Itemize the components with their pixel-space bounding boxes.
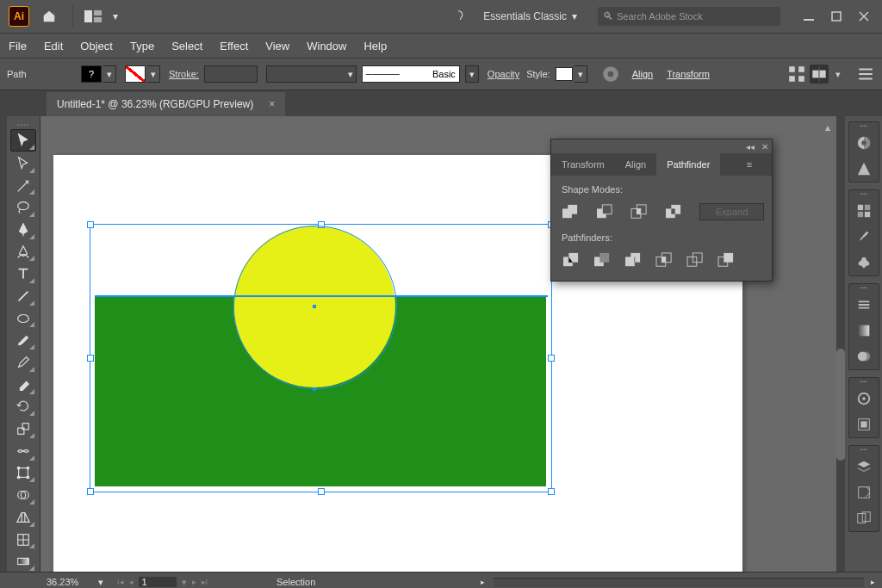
color-guide-panel-icon[interactable] <box>853 158 875 180</box>
maximize-button[interactable] <box>825 8 848 25</box>
merge-button[interactable] <box>624 251 643 269</box>
gradient-tool[interactable] <box>11 551 35 572</box>
close-button[interactable] <box>853 8 875 25</box>
menu-window[interactable]: Window <box>307 40 346 53</box>
curvature-tool[interactable] <box>11 242 35 263</box>
search-help-icon[interactable] <box>445 3 471 29</box>
shape-builder-tool[interactable] <box>11 485 35 505</box>
status-scroll-right-icon[interactable]: ▸ <box>481 578 485 586</box>
intersect-button[interactable] <box>630 203 648 220</box>
menu-effect[interactable]: Effect <box>220 40 248 53</box>
paintbrush-tool[interactable] <box>11 330 35 350</box>
perspective-grid-tool[interactable] <box>11 507 35 528</box>
asset-export-panel-icon[interactable] <box>853 481 875 504</box>
rectangle-tool[interactable] <box>11 308 35 329</box>
pathfinder-panel[interactable]: ◂◂ ✕ Transform Align Pathfinder ≡ Shape … <box>550 139 773 282</box>
panel-close-icon[interactable]: ✕ <box>761 142 768 152</box>
magic-wand-tool[interactable] <box>11 176 35 196</box>
first-artboard-icon[interactable]: I◂ <box>117 578 124 586</box>
close-tab-icon[interactable]: × <box>269 98 275 110</box>
graphic-style-swatch[interactable] <box>556 67 573 81</box>
menu-type[interactable]: Type <box>130 40 154 53</box>
arrange-documents-icon[interactable] <box>80 3 106 29</box>
next-artboard-icon[interactable]: ▸ <box>192 578 196 586</box>
stroke-weight-input[interactable] <box>204 65 258 83</box>
control-menu-icon[interactable] <box>856 65 875 84</box>
canvas-scrollbar[interactable] <box>836 116 845 572</box>
tab-align[interactable]: Align <box>615 153 656 176</box>
pencil-tool[interactable] <box>11 352 35 373</box>
prev-artboard-icon[interactable]: ◂ <box>129 578 134 586</box>
exclude-button[interactable] <box>665 203 682 220</box>
scrollbar-thumb[interactable] <box>836 349 845 461</box>
variable-width-profile[interactable]: ▾ <box>266 65 357 83</box>
tab-transform[interactable]: Transform <box>551 153 615 176</box>
workspace-switcher[interactable]: Essentials Classic ▾ <box>475 7 586 26</box>
recolor-artwork-icon[interactable] <box>601 65 620 84</box>
unite-button[interactable] <box>562 203 579 220</box>
transparency-panel-icon[interactable] <box>853 345 875 368</box>
lasso-tool[interactable] <box>11 197 35 218</box>
collapse-right-dock-icon[interactable]: ▴ <box>819 121 836 133</box>
pen-tool[interactable] <box>11 220 35 240</box>
minus-back-button[interactable] <box>717 251 736 269</box>
eraser-tool[interactable] <box>11 374 35 395</box>
panel-collapse-icon[interactable]: ◂◂ <box>746 142 755 152</box>
graphic-style-dropdown[interactable]: ▾ <box>575 65 587 83</box>
free-transform-tool[interactable] <box>11 463 35 484</box>
toolbox-grip[interactable]: •••• <box>13 121 34 127</box>
home-icon[interactable] <box>36 3 62 29</box>
divide-button[interactable] <box>562 251 581 269</box>
brushes-panel-icon[interactable] <box>853 226 875 248</box>
trim-button[interactable] <box>593 251 612 269</box>
canvas[interactable]: •• ▴ ◂◂ ✕ <box>40 116 836 572</box>
artboard-number[interactable]: 1 <box>139 577 177 587</box>
fill-dropdown[interactable]: ▾ <box>103 65 116 83</box>
scale-tool[interactable] <box>11 418 35 439</box>
document-tab[interactable]: Untitled-1* @ 36.23% (RGB/GPU Preview) × <box>47 92 285 116</box>
direct-selection-tool[interactable] <box>11 153 35 174</box>
align-link[interactable]: Align <box>632 69 653 79</box>
minimize-button[interactable] <box>798 8 820 25</box>
menu-help[interactable]: Help <box>363 40 387 53</box>
align-dropdown[interactable]: ▾ <box>832 65 844 84</box>
brush-dropdown[interactable]: ▾ <box>465 65 479 83</box>
mesh-tool[interactable] <box>11 529 35 550</box>
isolate-icon[interactable] <box>787 65 806 84</box>
gradient-panel-icon[interactable] <box>853 319 875 342</box>
color-panel-icon[interactable] <box>853 132 875 154</box>
zoom-level[interactable]: 36.23% <box>40 577 98 587</box>
rotate-tool[interactable] <box>11 397 35 418</box>
status-scroll-end-icon[interactable]: ▸ <box>871 578 875 586</box>
fill-swatch[interactable]: ? <box>81 65 102 83</box>
appearance-panel-icon[interactable] <box>853 387 875 410</box>
stroke-panel-icon[interactable] <box>853 294 875 316</box>
artboard-dropdown-icon[interactable]: ▾ <box>182 577 187 588</box>
panel-menu-icon[interactable]: ≡ <box>727 153 772 176</box>
tab-pathfinder[interactable]: Pathfinder <box>656 153 720 176</box>
stroke-dropdown[interactable]: ▾ <box>147 65 160 83</box>
type-tool[interactable] <box>11 263 35 284</box>
outline-button[interactable] <box>686 251 705 269</box>
brush-definition[interactable]: ───── Basic <box>362 65 460 83</box>
selection-tool[interactable] <box>10 129 36 152</box>
menu-view[interactable]: View <box>265 40 289 53</box>
zoom-dropdown-icon[interactable]: ▾ <box>98 577 103 588</box>
minus-front-button[interactable] <box>596 203 613 220</box>
arrange-dropdown-icon[interactable]: ▾ <box>109 3 121 29</box>
stroke-swatch[interactable] <box>125 65 146 83</box>
menu-select[interactable]: Select <box>171 40 202 53</box>
menu-object[interactable]: Object <box>80 40 113 53</box>
panel-titlebar[interactable]: ◂◂ ✕ <box>551 139 772 153</box>
menu-file[interactable]: File <box>9 40 27 53</box>
crop-button[interactable] <box>655 251 674 269</box>
width-tool[interactable] <box>11 441 35 461</box>
menu-edit[interactable]: Edit <box>44 40 63 53</box>
last-artboard-icon[interactable]: ▸I <box>202 578 208 586</box>
line-tool[interactable] <box>11 286 35 306</box>
stock-search-input[interactable]: 🔍︎ Search Adobe Stock <box>598 7 780 26</box>
transform-link[interactable]: Transform <box>667 69 710 79</box>
graphic-styles-panel-icon[interactable] <box>853 413 875 436</box>
horizontal-scrollbar[interactable] <box>494 578 864 587</box>
symbols-panel-icon[interactable] <box>853 251 875 274</box>
